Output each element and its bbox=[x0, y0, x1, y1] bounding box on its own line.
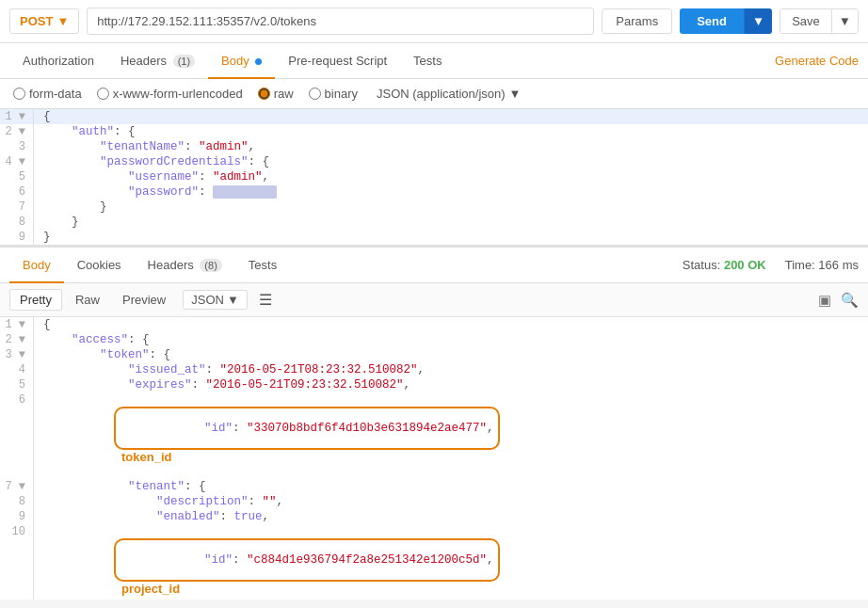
body-type-bar: form-data x-www-form-urlencoded raw bina… bbox=[0, 79, 868, 109]
save-dropdown[interactable]: ▼ bbox=[831, 9, 858, 33]
raw-radio[interactable] bbox=[258, 88, 270, 100]
line-num-1: 1 ▼ bbox=[0, 109, 34, 124]
resp-line-10: 10 "id": "c884d1e936794f2a8e251342e1200c… bbox=[0, 524, 868, 600]
line-content-6: "password": bbox=[34, 184, 868, 200]
tab-headers[interactable]: Headers (1) bbox=[107, 44, 208, 79]
form-data-label[interactable]: form-data bbox=[13, 87, 82, 101]
time-label: Time: 166 ms bbox=[785, 258, 859, 272]
request-line-4: 4 ▼ "passwordCredentials": { bbox=[0, 154, 868, 169]
binary-label[interactable]: binary bbox=[309, 87, 358, 101]
project-id-annotation: project_id bbox=[121, 582, 180, 596]
response-format-label: JSON bbox=[191, 293, 224, 307]
password-value bbox=[213, 185, 277, 199]
resp-tab-body[interactable]: Body bbox=[9, 248, 64, 283]
json-format-selector[interactable]: JSON (application/json) ▼ bbox=[377, 87, 521, 101]
line-num-6: 6 bbox=[0, 184, 34, 200]
line-num-3: 3 bbox=[0, 139, 34, 154]
line-num-4: 4 ▼ bbox=[0, 154, 34, 169]
resp-line-num-3: 3 ▼ bbox=[0, 347, 34, 362]
line-content-5: "username": "admin", bbox=[34, 169, 868, 184]
binary-radio[interactable] bbox=[309, 88, 321, 100]
resp-line-num-7: 7 ▼ bbox=[0, 479, 34, 494]
tab-pre-request[interactable]: Pre-request Script bbox=[275, 44, 400, 79]
line-content-3: "tenantName": "admin", bbox=[34, 139, 868, 154]
preview-button[interactable]: Preview bbox=[113, 290, 175, 310]
generate-code-link[interactable]: Generate Code bbox=[775, 54, 859, 68]
send-dropdown[interactable]: ▼ bbox=[744, 8, 772, 34]
resp-line-4: 4 "issued_at": "2016-05-21T08:23:32.5100… bbox=[0, 362, 868, 377]
resp-line-9: 9 "enabled": true, bbox=[0, 509, 868, 524]
resp-content-10: "id": "c884d1e936794f2a8e251342e1200c5d"… bbox=[34, 524, 868, 600]
resp-line-8: 8 "description": "", bbox=[0, 494, 868, 509]
response-format-selector[interactable]: JSON ▼ bbox=[183, 290, 248, 310]
format-chevron-icon: ▼ bbox=[227, 293, 239, 307]
json-chevron-icon: ▼ bbox=[509, 87, 522, 101]
raw-button[interactable]: Raw bbox=[66, 290, 109, 310]
resp-content-1: { bbox=[34, 317, 868, 332]
resp-line-num-1: 1 ▼ bbox=[0, 317, 34, 332]
resp-tab-cookies[interactable]: Cookies bbox=[64, 248, 135, 283]
line-num-8: 8 bbox=[0, 215, 34, 230]
resp-line-6: 6 "id": "33070b8bdf6f4d10b3e631894e2ae47… bbox=[0, 392, 868, 479]
url-input[interactable] bbox=[87, 8, 594, 35]
response-tab-bar: Body Cookies Headers (8) Tests Status: 2… bbox=[0, 248, 868, 283]
response-code-panel[interactable]: 1 ▼ { 2 ▼ "access": { 3 ▼ "token": { 4 "… bbox=[0, 317, 868, 600]
line-content-2: "auth": { bbox=[34, 124, 868, 139]
line-content-4: "passwordCredentials": { bbox=[34, 154, 868, 169]
resp-content-2: "access": { bbox=[34, 332, 868, 347]
json-format-label: JSON (application/json) bbox=[377, 87, 506, 101]
request-code-panel[interactable]: 1 ▼ { 2 ▼ "auth": { 3 "tenantName": "adm… bbox=[0, 109, 868, 248]
resp-content-3: "token": { bbox=[34, 347, 868, 362]
resp-line-7: 7 ▼ "tenant": { bbox=[0, 479, 868, 494]
resp-line-num-4: 4 bbox=[0, 362, 34, 377]
request-line-8: 8 } bbox=[0, 215, 868, 230]
params-button[interactable]: Params bbox=[602, 8, 672, 34]
request-line-3: 3 "tenantName": "admin", bbox=[0, 139, 868, 154]
pretty-button[interactable]: Pretty bbox=[9, 289, 62, 311]
tab-tests[interactable]: Tests bbox=[400, 44, 455, 79]
resp-content-7: "tenant": { bbox=[34, 479, 868, 494]
resp-content-8: "description": "", bbox=[34, 494, 868, 509]
urlencoded-label[interactable]: x-www-form-urlencoded bbox=[97, 87, 243, 101]
line-content-9: } bbox=[34, 230, 868, 245]
method-selector[interactable]: POST ▼ bbox=[9, 8, 79, 34]
form-data-radio[interactable] bbox=[13, 88, 25, 100]
response-icons: ▣ 🔍 bbox=[818, 292, 859, 309]
headers-badge: (1) bbox=[173, 55, 195, 68]
request-line-9: 9 } bbox=[0, 230, 868, 245]
tab-body[interactable]: Body bbox=[208, 44, 275, 79]
resp-content-4: "issued_at": "2016-05-21T08:23:32.510082… bbox=[34, 362, 868, 377]
raw-label[interactable]: raw bbox=[258, 87, 294, 101]
line-num-5: 5 bbox=[0, 169, 34, 184]
line-content-7: } bbox=[34, 200, 868, 215]
response-section: Body Cookies Headers (8) Tests Status: 2… bbox=[0, 248, 868, 600]
send-btn-group: Send ▼ bbox=[680, 8, 772, 34]
urlencoded-radio[interactable] bbox=[97, 88, 109, 100]
save-button[interactable]: Save bbox=[780, 9, 831, 33]
line-content-1: { bbox=[34, 109, 868, 124]
time-value: 166 ms bbox=[818, 258, 859, 272]
status-value: 200 OK bbox=[724, 258, 766, 272]
copy-icon[interactable]: ▣ bbox=[818, 292, 831, 309]
send-button[interactable]: Send bbox=[680, 8, 744, 34]
request-line-2: 2 ▼ "auth": { bbox=[0, 124, 868, 139]
request-line-5: 5 "username": "admin", bbox=[0, 169, 868, 184]
resp-line-num-9: 9 bbox=[0, 509, 34, 524]
resp-line-num-8: 8 bbox=[0, 494, 34, 509]
line-num-2: 2 ▼ bbox=[0, 124, 34, 139]
resp-line-num-6: 6 bbox=[0, 392, 34, 479]
line-num-9: 9 bbox=[0, 230, 34, 245]
top-bar: POST ▼ Params Send ▼ Save ▼ bbox=[0, 0, 868, 43]
resp-line-1: 1 ▼ { bbox=[0, 317, 868, 332]
token-id-annotation: token_id bbox=[121, 450, 171, 464]
search-icon[interactable]: 🔍 bbox=[841, 292, 859, 309]
resp-line-num-5: 5 bbox=[0, 377, 34, 392]
status-label: Status: 200 OK bbox=[683, 258, 766, 272]
resp-line-5: 5 "expires": "2016-05-21T09:23:32.510082… bbox=[0, 377, 868, 392]
response-status: Status: 200 OK Time: 166 ms bbox=[683, 258, 859, 272]
filter-icon[interactable]: ☰ bbox=[259, 291, 272, 309]
tab-authorization[interactable]: Authorization bbox=[9, 44, 107, 79]
resp-tab-tests[interactable]: Tests bbox=[235, 248, 290, 283]
resp-tab-headers[interactable]: Headers (8) bbox=[135, 248, 235, 283]
resp-content-5: "expires": "2016-05-21T09:23:32.510082", bbox=[34, 377, 868, 392]
